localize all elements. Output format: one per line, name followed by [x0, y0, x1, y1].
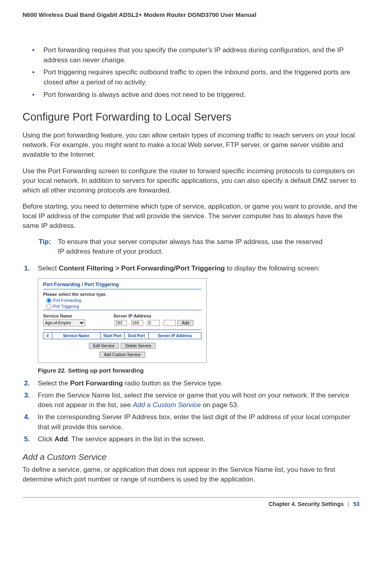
step-item-3: 3. From the Service Name list, select th… [24, 391, 359, 410]
add-button[interactable]: Add [177, 320, 193, 326]
step-text: In the corresponding Server IP Address b… [38, 412, 359, 432]
radio-input-pf[interactable] [46, 298, 51, 303]
section-heading: Configure Port Forwarding to Local Serve… [23, 111, 359, 123]
bullet-marker-icon: • [32, 90, 43, 100]
body-paragraph: Use the Port Forwarding screen to config… [23, 166, 359, 195]
th-start-port: Start Port [101, 333, 125, 339]
th-server-ip: Server IP Address [149, 333, 201, 339]
step-text: From the Service Name list, select the s… [38, 391, 359, 410]
controls-header-row: Service Name Server IP Address [43, 313, 201, 318]
step-list: 1. Select Content Filtering > Port Forwa… [24, 264, 359, 273]
tip-label: Tip: [39, 237, 58, 256]
footer-chapter: Chapter 4. Security Settings [269, 501, 344, 507]
service-name-label: Service Name [43, 313, 113, 318]
radio-port-triggering[interactable]: Port Triggering [46, 304, 201, 309]
radio-label: Port Forwarding [53, 298, 81, 303]
bullet-marker-icon: • [32, 45, 43, 65]
step-number: 3. [24, 391, 38, 410]
text-bold: Content Filtering > Port Forwarding/Port… [59, 264, 225, 272]
bullet-text: Port triggering requires specific outbou… [43, 68, 359, 87]
step-number: 1. [24, 264, 38, 273]
text-bold: Port Forwarding [70, 379, 123, 387]
subsection-heading: Add a Custom Service [23, 452, 359, 462]
radio-input-pt[interactable] [46, 304, 51, 309]
edit-service-button[interactable]: Edit Service [89, 343, 119, 349]
step-text: Click Add. The service appears in the li… [38, 434, 359, 444]
step-number: 4. [24, 412, 38, 432]
text-span: Click [38, 435, 55, 443]
delete-service-button[interactable]: Delete Service [121, 343, 156, 349]
bullet-item: • Port triggering requires specific outb… [32, 68, 359, 87]
tip-text: To ensure that your server computer alwa… [58, 237, 359, 256]
ip-dot: . [128, 321, 129, 325]
forwarding-table: # Service Name Start Port End Port Serve… [43, 332, 201, 339]
ip-octet-2[interactable] [131, 320, 143, 326]
text-span: on page 53. [201, 401, 239, 409]
text-span: Select [38, 264, 59, 272]
ip-dot: . [145, 321, 146, 325]
table-header-row: # Service Name Start Port End Port Serve… [43, 333, 201, 339]
text-bold: Add [55, 435, 68, 443]
step-number: 5. [24, 434, 38, 444]
add-custom-service-button[interactable]: Add Custom Service [99, 352, 145, 358]
bullet-item: • Port forwarding is always active and d… [32, 90, 359, 100]
bullet-text: Port forwarding requires that you specif… [43, 45, 359, 65]
footer-page-number: 53 [353, 501, 359, 507]
text-span: radio button as the Service type. [123, 379, 223, 387]
bullet-text: Port forwarding is always active and doe… [43, 90, 246, 100]
ip-octet-1[interactable] [115, 320, 127, 326]
intro-bullets: • Port forwarding requires that you spec… [32, 45, 359, 100]
text-span: . The service appears in the list in the… [68, 435, 205, 443]
footer-separator: | [348, 501, 349, 507]
step-item-5: 5. Click Add. The service appears in the… [24, 434, 359, 444]
server-ip-label: Server IP Address [113, 313, 151, 318]
step-text: Select the Port Forwarding radio button … [38, 379, 359, 388]
body-paragraph: To define a service, game, or applicatio… [23, 465, 359, 484]
tip-block: Tip: To ensure that your server computer… [39, 237, 359, 256]
select-service-label: Please select the service type. [43, 292, 201, 297]
th-end-port: End Port [125, 333, 149, 339]
divider [43, 310, 201, 310]
bullet-item: • Port forwarding requires that you spec… [32, 45, 359, 65]
ip-dot: . [161, 321, 162, 325]
body-paragraph: Before starting, you need to determine w… [23, 202, 359, 231]
step-item-1: 1. Select Content Filtering > Port Forwa… [24, 264, 359, 273]
cross-reference-link[interactable]: Add a Custom Service [133, 401, 201, 409]
divider [43, 330, 201, 330]
ip-octet-3[interactable] [148, 320, 160, 326]
figure-caption: Figure 22. Setting up port forwarding [38, 367, 359, 374]
controls-row: Age-of-Empire . . . Add [43, 320, 201, 326]
divider [43, 289, 201, 289]
th-number: # [43, 333, 52, 339]
page-footer: Chapter 4. Security Settings | 53 [23, 497, 359, 507]
ip-octet-4[interactable] [164, 320, 176, 326]
service-name-select[interactable]: Age-of-Empire [43, 320, 85, 326]
text-span: Select the [38, 379, 70, 387]
bullet-marker-icon: • [32, 68, 43, 87]
radio-label: Port Triggering [53, 304, 79, 309]
document-header: N600 Wireless Dual Band Gigabit ADSL2+ M… [23, 11, 359, 18]
button-row-1: Edit Service Delete Service [43, 342, 201, 349]
step-item-4: 4. In the corresponding Server IP Addres… [24, 412, 359, 432]
step-number: 2. [24, 379, 38, 388]
body-paragraph: Using the port forwarding feature, you c… [23, 131, 359, 160]
button-row-2: Add Custom Service [43, 350, 201, 358]
screenshot-panel: Port Forwarding / Port Triggering Please… [38, 278, 207, 363]
text-span: to display the following screen: [225, 264, 320, 272]
figure-block: Port Forwarding / Port Triggering Please… [38, 278, 359, 374]
step-text: Select Content Filtering > Port Forwardi… [38, 264, 359, 273]
radio-port-forwarding[interactable]: Port Forwarding [46, 298, 201, 303]
th-service-name: Service Name [52, 333, 101, 339]
step-item-2: 2. Select the Port Forwarding radio butt… [24, 379, 359, 388]
step-list-cont: 2. Select the Port Forwarding radio butt… [24, 379, 359, 444]
panel-title: Port Forwarding / Port Triggering [43, 282, 201, 287]
